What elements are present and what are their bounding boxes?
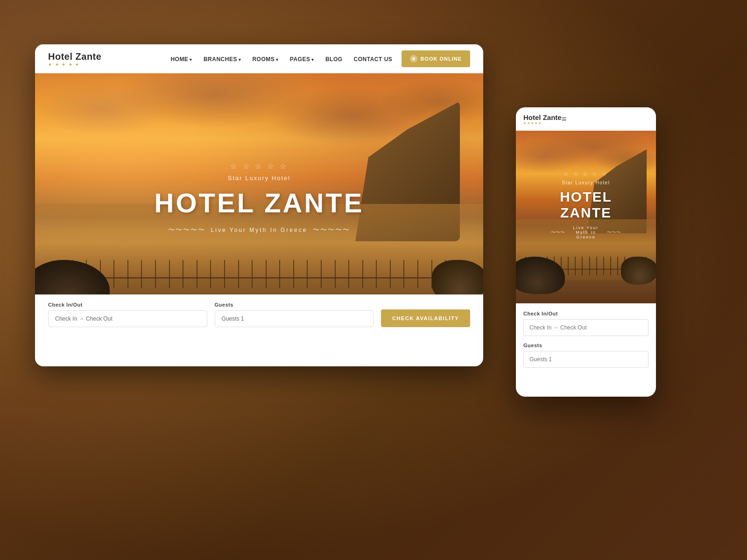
pier-post: [197, 260, 197, 288]
mobile-rock-right: [621, 257, 656, 285]
nav-item-branches[interactable]: BRANCHES: [204, 55, 241, 63]
mobile-navbar: Hotel Zante ★ ★ ★ ★ ★ ≡: [516, 107, 656, 131]
desktop-navbar: Hotel Zante ★ ★ ★ ★ ★ HOME BRANCHES ROOM…: [35, 44, 483, 73]
mobile-guests-label: Guests: [523, 343, 648, 348]
book-online-button[interactable]: ⊕ BOOK ONLINE: [402, 50, 470, 67]
guests-field: Guests Guests 1: [215, 302, 374, 327]
mobile-checkin-label: Check In/Out: [523, 311, 648, 316]
mobile-pier-post: [589, 257, 590, 275]
desktop-mockup: Hotel Zante ★ ★ ★ ★ ★ HOME BRANCHES ROOM…: [35, 44, 483, 366]
mobile-logo[interactable]: Hotel Zante ★ ★ ★ ★ ★: [523, 113, 562, 125]
nav-item-blog[interactable]: BLOG: [325, 55, 343, 63]
mobile-checkin-input[interactable]: [523, 319, 648, 336]
pier-post: [169, 260, 170, 288]
pier-post: [335, 260, 336, 288]
mobile-booking-panel: Check In/Out Guests: [516, 303, 656, 382]
pier-posts: [58, 260, 460, 288]
mobile-hero-divider: 〜〜〜 Live Your Myth In Greece 〜〜〜: [551, 225, 621, 239]
nav-item-home[interactable]: HOME: [170, 55, 192, 63]
book-btn-label: BOOK ONLINE: [420, 56, 462, 62]
pier-post: [293, 260, 294, 288]
check-availability-button[interactable]: CHECK AVAILABILITY: [381, 309, 470, 327]
pier-post: [127, 260, 128, 288]
desktop-booking-bar: Check In/Out Check In → Check Out Guests…: [35, 294, 483, 335]
checkin-label: Check In/Out: [48, 302, 207, 308]
checkin-field: Check In/Out Check In → Check Out: [48, 302, 207, 327]
hero-tagline: Live Your Myth In Greece: [211, 227, 308, 233]
nav-item-rooms[interactable]: ROOMS: [252, 55, 278, 63]
pier-post: [362, 260, 363, 288]
mobile-hero-title: HOTEL ZANTE: [551, 189, 621, 221]
pier-post: [210, 260, 211, 288]
mobile-logo-stars: ★ ★ ★ ★ ★: [523, 121, 562, 125]
pier-post: [307, 260, 308, 288]
mobile-hero-subtitle: Star Luxury Hotel: [551, 180, 621, 185]
desktop-hero: ☆ ☆ ☆ ☆ ☆ Star Luxury Hotel HOTEL ZANTE …: [35, 73, 483, 335]
pier-post: [348, 260, 349, 288]
guests-label: Guests: [215, 302, 374, 308]
mobile-hero-stars: ☆ ☆ ☆ ☆ ☆: [551, 171, 621, 177]
mobile-checkin-section: Check In/Out: [523, 311, 648, 336]
pier-post: [155, 260, 156, 288]
mobile-pier-post: [568, 257, 569, 275]
pier-post: [321, 260, 322, 288]
wave-left: 〜〜〜〜〜: [168, 226, 205, 234]
pier-post: [279, 260, 280, 288]
mobile-guests-input[interactable]: [523, 351, 648, 368]
mobile-pier-post: [582, 257, 583, 275]
desktop-logo-name: Hotel Zante: [48, 51, 101, 62]
mobile-logo-name: Hotel Zante: [523, 113, 562, 121]
desktop-logo-stars: ★ ★ ★ ★ ★: [48, 62, 101, 67]
nav-item-contact[interactable]: CONTACT US: [354, 55, 393, 63]
mobile-hero-content: ☆ ☆ ☆ ☆ ☆ Star Luxury Hotel HOTEL ZANTE …: [551, 171, 621, 239]
mobile-hero-tagline: Live Your Myth In Greece: [569, 225, 603, 239]
desktop-nav-links: HOME BRANCHES ROOMS PAGES BLOG CONTACT U…: [170, 55, 392, 63]
pier-post: [113, 260, 114, 288]
mobile-guests-section: Guests: [523, 343, 648, 368]
pier-post: [183, 260, 183, 288]
hero-content: ☆ ☆ ☆ ☆ ☆ Star Luxury Hotel HOTEL ZANTE …: [155, 162, 364, 238]
mobile-wave-left: 〜〜〜: [551, 229, 565, 236]
pier-post: [224, 260, 225, 288]
pier-post: [376, 260, 377, 288]
pier-post: [266, 260, 267, 288]
pier-post: [403, 260, 404, 288]
pier-post: [417, 260, 418, 288]
checkin-input[interactable]: Check In → Check Out: [48, 310, 207, 327]
mobile-pier-post: [603, 257, 604, 275]
hero-subtitle: Star Luxury Hotel: [155, 175, 364, 182]
mobile-pier-post: [610, 257, 611, 275]
mobile-mockup: Hotel Zante ★ ★ ★ ★ ★ ≡: [516, 107, 656, 397]
nav-item-pages[interactable]: PAGES: [290, 55, 314, 63]
guests-input[interactable]: Guests 1: [215, 310, 374, 327]
mobile-pier-post: [596, 257, 597, 275]
mobile-pier-post: [617, 257, 618, 275]
mobile-hero: ☆ ☆ ☆ ☆ ☆ Star Luxury Hotel HOTEL ZANTE …: [516, 131, 656, 303]
mobile-pier-post: [575, 257, 576, 275]
hero-rating-stars: ☆ ☆ ☆ ☆ ☆: [155, 162, 364, 171]
hero-title: HOTEL ZANTE: [155, 187, 364, 218]
wave-right: 〜〜〜〜〜: [313, 226, 350, 234]
hamburger-icon[interactable]: ≡: [562, 114, 567, 124]
mobile-wave-right: 〜〜〜: [607, 229, 621, 236]
hero-divider: 〜〜〜〜〜 Live Your Myth In Greece 〜〜〜〜〜: [155, 226, 364, 234]
pier-post: [390, 260, 391, 288]
pier-post: [238, 260, 239, 288]
pier-post: [252, 260, 253, 288]
pier-post: [141, 260, 142, 288]
desktop-logo[interactable]: Hotel Zante ★ ★ ★ ★ ★: [48, 51, 101, 67]
book-icon: ⊕: [410, 55, 417, 63]
